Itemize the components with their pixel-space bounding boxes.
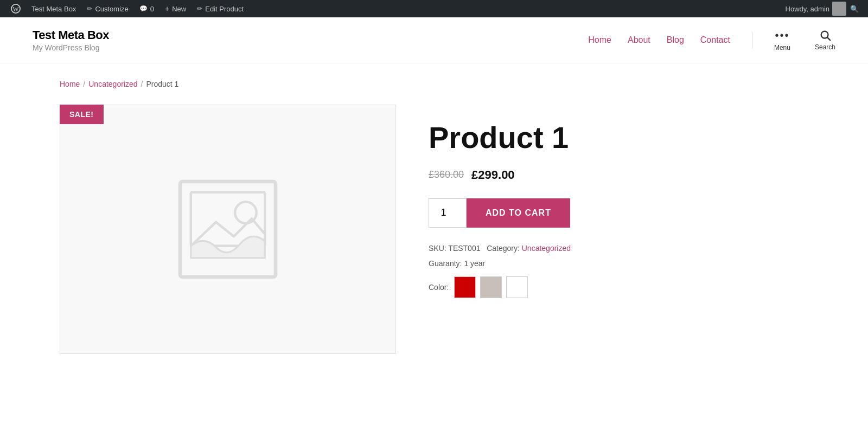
placeholder-image-icon — [168, 170, 288, 289]
admin-bar-site[interactable]: Test Meta Box — [26, 0, 81, 17]
product-image-wrap: SALE! — [60, 105, 396, 354]
sku-value: TEST001 — [448, 244, 480, 253]
category-label: Category: — [487, 244, 520, 253]
nav-contact[interactable]: Contact — [700, 35, 730, 45]
color-label: Color: — [429, 283, 449, 292]
breadcrumb-uncategorized[interactable]: Uncategorized — [88, 80, 137, 88]
breadcrumb-home[interactable]: Home — [60, 80, 80, 88]
site-nav: Home About Blog Contact ••• Menu Search — [588, 29, 835, 51]
guaranty-value: 1 year — [464, 259, 485, 268]
product-color: Color: — [429, 276, 808, 298]
nav-menu-button[interactable]: ••• Menu — [774, 29, 790, 51]
product-title: Product 1 — [429, 121, 808, 154]
nav-home[interactable]: Home — [588, 35, 611, 45]
main-content: Home / Uncategorized / Product 1 SALE! — [27, 63, 841, 370]
admin-bar-site-name: Test Meta Box — [31, 5, 76, 13]
search-icon — [819, 29, 831, 41]
product-guaranty: Guaranty: 1 year — [429, 259, 808, 268]
site-header: Test Meta Box My WordPress Blog Home Abo… — [0, 17, 868, 63]
menu-dots-icon: ••• — [775, 29, 789, 42]
admin-bar-right: Howdy, admin 🔍 — [786, 2, 863, 16]
product-actions: ADD TO CART — [429, 198, 808, 228]
product-layout: SALE! Product 1 £360.00 £299.00 — [60, 105, 808, 354]
admin-bar-new[interactable]: + New — [159, 0, 192, 17]
admin-bar-howdy: Howdy, admin — [786, 5, 829, 13]
nav-search-button[interactable]: Search — [815, 29, 835, 51]
breadcrumb-sep-2: / — [141, 80, 143, 88]
breadcrumb-sep-1: / — [83, 80, 85, 88]
site-tagline: My WordPress Blog — [33, 43, 109, 52]
nav-about[interactable]: About — [628, 35, 650, 45]
admin-bar-customize-label: Customize — [95, 5, 128, 13]
admin-bar-new-label: New — [172, 5, 186, 13]
product-price: £360.00 £299.00 — [429, 168, 808, 182]
product-info: Product 1 £360.00 £299.00 ADD TO CART SK… — [429, 105, 808, 298]
color-swatches — [454, 276, 528, 298]
product-image-placeholder — [60, 105, 396, 354]
price-new: £299.00 — [471, 168, 515, 182]
admin-bar-edit-product[interactable]: ✏ Edit Product — [192, 0, 249, 17]
color-swatch-gray[interactable] — [480, 276, 502, 298]
wp-logo[interactable]: W — [5, 0, 26, 17]
admin-bar: W Test Meta Box ✏ Customize 💬 0 + New ✏ … — [0, 0, 868, 17]
add-to-cart-button[interactable]: ADD TO CART — [467, 198, 570, 228]
admin-bar-customize[interactable]: ✏ Customize — [81, 0, 133, 17]
site-title: Test Meta Box — [33, 28, 109, 42]
breadcrumb-current: Product 1 — [146, 80, 178, 88]
color-swatch-red[interactable] — [454, 276, 476, 298]
product-meta: SKU: TEST001 Category: Uncategorized — [429, 244, 808, 253]
admin-bar-comments[interactable]: 💬 0 — [134, 0, 159, 17]
sale-badge: SALE! — [60, 105, 104, 124]
admin-bar-edit-product-label: Edit Product — [205, 5, 244, 13]
site-branding: Test Meta Box My WordPress Blog — [33, 28, 109, 52]
svg-text:W: W — [12, 6, 19, 13]
svg-line-3 — [827, 37, 830, 40]
breadcrumb: Home / Uncategorized / Product 1 — [60, 80, 808, 88]
category-value[interactable]: Uncategorized — [522, 244, 571, 253]
nav-blog[interactable]: Blog — [667, 35, 684, 45]
admin-search-icon[interactable]: 🔍 — [849, 3, 860, 14]
sku-label: SKU: — [429, 244, 446, 253]
admin-avatar — [832, 2, 846, 16]
guaranty-label: Guaranty: — [429, 259, 462, 268]
quantity-input[interactable] — [429, 198, 467, 228]
color-swatch-white[interactable] — [506, 276, 528, 298]
nav-menu-label: Menu — [774, 44, 790, 51]
price-old: £360.00 — [429, 169, 464, 180]
nav-search-label: Search — [815, 43, 835, 51]
nav-divider — [752, 32, 752, 48]
admin-bar-comments-count: 0 — [150, 5, 154, 13]
